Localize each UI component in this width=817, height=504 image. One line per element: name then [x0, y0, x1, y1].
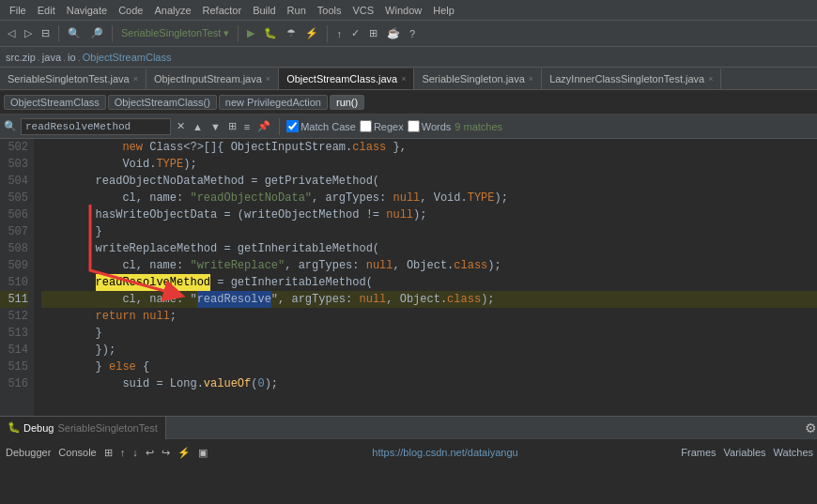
terminal-btn[interactable]: ⊞ [365, 25, 381, 41]
line-numbers: 502 503 504 505 506 507 508 509 510 511 … [0, 139, 34, 416]
highlight-readresolve: readResolve [197, 291, 271, 308]
menu-file[interactable]: File [4, 5, 32, 16]
action-run[interactable]: run() [330, 95, 364, 110]
regex-checkbox[interactable] [360, 120, 372, 132]
search-clear-btn[interactable]: ✕ [175, 120, 187, 132]
menu-help[interactable]: Help [427, 5, 460, 16]
search-pin-btn[interactable]: 📌 [255, 120, 272, 132]
toolbar-sep-1 [58, 25, 59, 42]
console-label: Console [58, 447, 96, 458]
search-find-all-btn[interactable]: ⊞ [226, 120, 239, 132]
code-line-509: cl, name: "writeReplace", argTypes: null… [41, 257, 817, 274]
tab-objectinputstream-close[interactable]: × [266, 74, 270, 84]
menu-bar: File Edit Navigate Code Analyze Refactor… [0, 0, 817, 21]
run-btn[interactable]: ▶ [243, 25, 258, 41]
search-input[interactable] [21, 118, 171, 135]
forward-btn[interactable]: ▷ [21, 25, 36, 41]
toolbar-sep-4 [327, 25, 328, 42]
toolbar-icon-6[interactable]: ⚡ [176, 447, 193, 459]
bottom-content: Debugger Console ⊞ ↑ ↓ ↩ ↪ ⚡ ▣ https://b… [0, 439, 817, 466]
tab-seriable-close[interactable]: × [133, 74, 138, 84]
toolbar-icon-5[interactable]: ↪ [160, 447, 172, 459]
vcs-update-btn[interactable]: ↑ [332, 26, 346, 41]
menu-code[interactable]: Code [113, 5, 148, 16]
words-checkbox[interactable] [408, 120, 420, 132]
code-content[interactable]: new Class<?>[]{ ObjectInputStream.class … [34, 139, 817, 416]
breadcrumb-io[interactable]: io [68, 52, 76, 63]
regex-option[interactable]: Regex [360, 120, 404, 132]
search-prev-btn[interactable]: ▲ [191, 121, 205, 132]
variables-label[interactable]: Variables [724, 447, 766, 458]
tab-lazyinner-close[interactable]: × [708, 74, 713, 84]
match-case-checkbox[interactable] [286, 120, 299, 132]
regex-label: Regex [374, 121, 404, 132]
run-config-btn[interactable]: SeriableSingletonTest ▾ [117, 25, 233, 41]
match-case-option[interactable]: Match Case [286, 120, 356, 132]
toolbar-sep-3 [238, 25, 239, 42]
menu-window[interactable]: Window [379, 5, 427, 16]
ln-502: 502 [0, 139, 28, 156]
toolbar-icon-7[interactable]: ▣ [196, 447, 209, 459]
code-line-513: } [41, 325, 817, 342]
tab-objectstreamclass[interactable]: ObjectStreamClass.java × [279, 69, 414, 89]
toolbar-icon-4[interactable]: ↩ [144, 447, 156, 459]
toolbar: ◁ ▷ ⊟ 🔍 🔎 SeriableSingletonTest ▾ ▶ 🐛 ☂ … [0, 21, 817, 47]
toolbar-icon-2[interactable]: ↑ [118, 447, 128, 458]
coverage-btn[interactable]: ☂ [283, 25, 300, 41]
tab-seriablesingleton-close[interactable]: × [529, 74, 533, 84]
search2-btn[interactable]: 🔎 [86, 25, 107, 41]
ln-507: 507 [0, 223, 28, 240]
watches-label[interactable]: Watches [774, 447, 813, 458]
tab-lazyinner[interactable]: LazyInnerClassSingletonTest.java × [542, 69, 721, 89]
menu-tools[interactable]: Tools [312, 5, 347, 16]
tab-objectstreamclass-close[interactable]: × [401, 74, 406, 84]
toolbar-icon-3[interactable]: ↓ [131, 447, 140, 458]
debug-tab[interactable]: 🐛 Debug SeriableSingletonTest [0, 417, 166, 439]
words-option[interactable]: Words [408, 120, 452, 132]
ln-513: 513 [0, 325, 28, 342]
breadcrumb-srczip[interactable]: src.zip [6, 52, 36, 63]
breadcrumb-java[interactable]: java [42, 52, 61, 63]
menu-build[interactable]: Build [247, 5, 281, 16]
tab-objectinputstream-label: ObjectInputStream.java [154, 73, 262, 84]
code-line-505: cl, name: "readObjectNoData", argTypes: … [41, 190, 817, 206]
menu-run[interactable]: Run [282, 5, 312, 16]
ln-510: 510 [0, 274, 28, 291]
toolbar-icon-1[interactable]: ⊞ [102, 447, 115, 459]
debugger-sub-tab[interactable]: Debugger [4, 447, 53, 458]
action-objectstreamclass-ctor[interactable]: ObjectStreamClass() [108, 95, 217, 110]
menu-navigate[interactable]: Navigate [61, 5, 113, 16]
gear-button[interactable]: ⚙ [805, 420, 817, 435]
breadcrumb-class[interactable]: ObjectStreamClass [83, 52, 172, 63]
ln-514: 514 [0, 342, 28, 359]
code-line-503: Void.TYPE); [41, 156, 817, 173]
debug-btn[interactable]: 🐛 [260, 25, 281, 41]
ln-516: 516 [0, 375, 28, 392]
profile-btn[interactable]: ⚡ [301, 25, 322, 41]
tab-seriablesingleton[interactable]: SeriableSingleton.java × [414, 69, 542, 89]
action-objectstreamclass[interactable]: ObjectStreamClass [4, 95, 106, 110]
help-btn[interactable]: ? [406, 26, 419, 41]
menu-vcs[interactable]: VCS [347, 5, 379, 16]
vcs-commit-btn[interactable]: ✓ [347, 25, 363, 41]
menu-analyze[interactable]: Analyze [148, 5, 196, 16]
tab-seriable[interactable]: SeriableSingletonTest.java × [0, 69, 146, 89]
search-next-btn[interactable]: ▼ [208, 121, 223, 132]
search-options-btn[interactable]: ≡ [242, 121, 252, 132]
ln-512: 512 [0, 308, 28, 325]
menu-refactor[interactable]: Refactor [197, 5, 248, 16]
tab-lazyinner-label: LazyInnerClassSingletonTest.java [549, 73, 704, 84]
words-label: Words [422, 121, 452, 132]
search-everywhere-btn[interactable]: 🔍 [64, 25, 85, 41]
bug-icon: 🐛 [8, 421, 21, 434]
menu-edit[interactable]: Edit [32, 5, 61, 16]
frames-label[interactable]: Frames [681, 447, 716, 458]
action-privileged[interactable]: new PrivilegedAction [219, 95, 328, 110]
tab-objectinputstream[interactable]: ObjectInputStream.java × [146, 69, 279, 89]
search-icon: 🔍 [4, 120, 17, 132]
tab-objectstreamclass-label: ObjectStreamClass.java [286, 73, 397, 84]
sdk-btn[interactable]: ☕ [383, 25, 404, 41]
back-btn[interactable]: ◁ [4, 25, 19, 41]
recent-files-btn[interactable]: ⊟ [38, 25, 54, 41]
console-sub-tab[interactable]: Console [56, 447, 98, 458]
